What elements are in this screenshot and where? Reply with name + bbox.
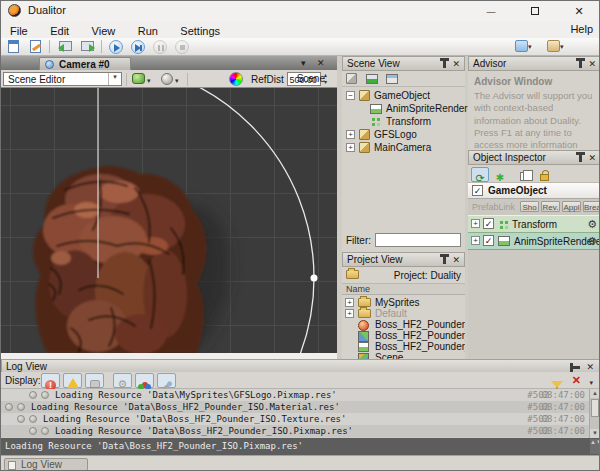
filter-input[interactable]: [375, 233, 461, 247]
component-checkbox[interactable]: [483, 218, 494, 229]
dropdown-caret-icon[interactable]: [175, 77, 179, 85]
cube-icon[interactable]: [346, 73, 357, 84]
expand-icon[interactable]: [346, 143, 355, 152]
clear-log-button[interactable]: [572, 374, 581, 387]
import-button[interactable]: [57, 40, 74, 54]
play-button[interactable]: [107, 40, 124, 54]
log-page-icon: [8, 461, 16, 470]
log-entry[interactable]: Loading Resource 'Data\MySprites\GFSLogo…: [1, 389, 600, 401]
titlebar[interactable]: Dualitor: [1, 1, 600, 21]
scene-editor-viewport[interactable]: [1, 88, 337, 353]
picture-icon: [370, 104, 382, 114]
render-mode-button[interactable]: [161, 73, 173, 85]
save-scene-icon[interactable]: [386, 74, 398, 84]
tab-close-button[interactable]: [317, 58, 325, 68]
component-row-animspriterenderer[interactable]: AnimSpriteRenderer: [468, 233, 600, 250]
scrollbar-up-icon[interactable]: ▲: [590, 389, 600, 398]
close-icon[interactable]: [452, 59, 460, 69]
minimize-button[interactable]: [469, 1, 513, 21]
folder-icon[interactable]: [346, 270, 359, 279]
export-button[interactable]: [79, 40, 96, 54]
pause-button[interactable]: [151, 40, 168, 54]
log-tab-label: Log View: [21, 459, 62, 470]
project-column-header[interactable]: Name: [342, 284, 465, 295]
log-entry[interactable]: Loading Resource 'Data\Boss_HF2_Pounder_…: [1, 401, 600, 413]
component-checkbox[interactable]: [483, 235, 494, 246]
editor-mode-select[interactable]: Scene Editor: [3, 72, 122, 86]
toggle-warnings-button[interactable]: [63, 373, 82, 388]
close-icon[interactable]: [588, 59, 596, 69]
gear-icon[interactable]: [587, 235, 597, 248]
prefab-apply-button[interactable]: Appl: [562, 201, 581, 212]
autohide-pin-icon[interactable]: [573, 366, 580, 369]
menu-help[interactable]: Help: [570, 23, 593, 35]
log-entry[interactable]: Loading Resource 'Data\Boss_HF2_Pounder_…: [1, 413, 600, 425]
component-row-transform[interactable]: Transform: [468, 216, 600, 233]
pin-icon[interactable]: [443, 257, 446, 264]
expand-icon[interactable]: [345, 309, 354, 318]
dropdown-caret-icon: [560, 43, 564, 51]
log-entry-list[interactable]: Loading Resource 'Data\MySprites\GFSLogo…: [1, 389, 600, 438]
log-status-bar: Loading Resource 'Data\Boss_HF2_Pounder_…: [1, 438, 600, 455]
expand-icon[interactable]: [345, 298, 354, 307]
tree-node-animspriterenderer[interactable]: AnimSpriteRenderer: [342, 102, 465, 115]
log-scrollbar[interactable]: ▲ ▼: [589, 389, 600, 438]
collapse-icon[interactable]: [346, 91, 355, 100]
menubar: File Edit View Run Settings Help: [1, 21, 600, 38]
close-button[interactable]: [557, 1, 600, 21]
tree-node-gameobject[interactable]: GameObject: [342, 89, 465, 102]
active-checkbox[interactable]: [472, 185, 483, 196]
close-icon[interactable]: [588, 153, 596, 163]
project-item-scene[interactable]: Scene: [342, 351, 465, 359]
pin-icon[interactable]: [579, 61, 582, 68]
new-scene-icon[interactable]: [366, 74, 378, 84]
toggle-errors-button[interactable]: !: [41, 373, 60, 388]
toggle-messages-button[interactable]: [85, 373, 104, 388]
toggle-game-log-button[interactable]: [135, 373, 154, 388]
sort-button[interactable]: [491, 167, 509, 182]
project-label: Project: Duality: [394, 270, 461, 281]
scene-view-titlebar: Scene View: [342, 56, 465, 71]
pin-icon[interactable]: [443, 61, 446, 68]
game-log-icon: [142, 382, 148, 388]
lock-button[interactable]: [535, 167, 553, 182]
log-view-autohide-tab[interactable]: Log View: [4, 458, 88, 471]
auto-refresh-button[interactable]: [471, 167, 489, 182]
new-document-button[interactable]: [5, 40, 22, 54]
dropdown-caret-icon[interactable]: [147, 77, 151, 85]
inspected-object-row[interactable]: GameObject: [468, 183, 600, 199]
color-wheel-icon[interactable]: [229, 72, 243, 86]
layout-button[interactable]: [547, 40, 573, 54]
close-icon[interactable]: [452, 255, 460, 265]
gear-icon[interactable]: [587, 218, 597, 231]
scrollbar-thumb[interactable]: [591, 399, 599, 417]
toggle-editor-log-button[interactable]: [157, 373, 176, 388]
tree-node-maincamera[interactable]: MainCamera: [342, 141, 465, 154]
maximize-button[interactable]: [513, 1, 557, 21]
expand-icon[interactable]: [471, 219, 480, 228]
log-entry[interactable]: Loading Resource 'Data\Boss_HF2_Pounder_…: [1, 425, 600, 437]
tree-node-transform[interactable]: Transform: [342, 115, 465, 128]
edit-document-button[interactable]: [27, 40, 44, 54]
toggle-core-log-button[interactable]: [113, 373, 132, 388]
expand-icon[interactable]: [471, 236, 480, 245]
prefab-revert-button[interactable]: Rev.: [541, 201, 560, 212]
dropdown-caret-icon[interactable]: [589, 379, 593, 387]
new-view-button[interactable]: [515, 40, 541, 54]
rotation-handle[interactable]: [311, 275, 318, 282]
expand-icon[interactable]: [346, 130, 355, 139]
status-scroll-buttons[interactable]: ▲▼: [590, 439, 600, 454]
cube-icon: [359, 142, 370, 153]
pin-icon[interactable]: [579, 155, 582, 162]
stop-button[interactable]: [173, 40, 190, 54]
tab-list-dropdown[interactable]: [301, 58, 306, 68]
tab-camera-0[interactable]: Camera #0: [39, 57, 131, 70]
tree-node-gfslogo[interactable]: GFSLogo: [342, 128, 465, 141]
background-color-button[interactable]: [132, 73, 145, 84]
close-icon[interactable]: [586, 362, 594, 372]
prefab-show-button[interactable]: Sho: [520, 201, 539, 212]
clone-button[interactable]: [515, 167, 533, 182]
scrollbar-down-icon[interactable]: ▼: [590, 429, 600, 438]
step-button[interactable]: [129, 40, 146, 54]
prefab-break-button[interactable]: Brea: [583, 201, 600, 212]
